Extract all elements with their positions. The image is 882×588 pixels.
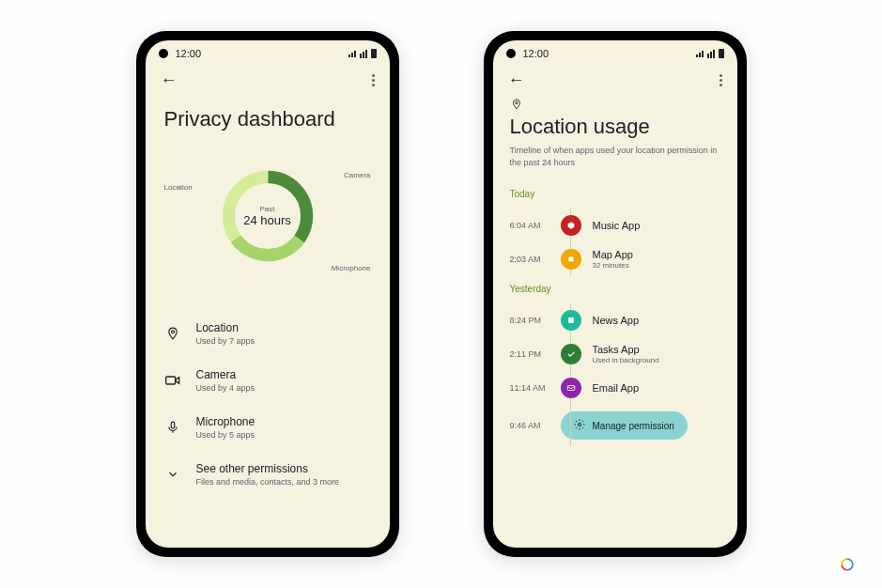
chevron-down-icon — [164, 466, 181, 483]
phone-location-usage: 12:00 ← Location usage Timeline of when … — [484, 31, 747, 557]
manage-permission-button[interactable]: Manage permission — [561, 411, 688, 440]
more-button[interactable] — [720, 74, 722, 86]
page-title: Privacy dashboard — [164, 107, 371, 132]
donut-small-label: Past — [243, 205, 291, 213]
timeline-time: 8:24 PM — [510, 316, 549, 325]
phone-privacy-dashboard: 12:00 ← Privacy dashboard Past — [136, 31, 399, 557]
list-item-microphone[interactable]: Microphone Used by 5 apps — [164, 404, 371, 451]
status-icons — [348, 49, 377, 58]
camera-hole-icon — [159, 49, 168, 58]
wifi-icon — [360, 50, 367, 58]
app-name: News App — [593, 315, 640, 326]
google-logo-icon — [841, 558, 854, 571]
timeline-item: 9:46 AM Manage permission — [510, 405, 720, 446]
battery-icon — [371, 49, 377, 58]
app-sub: Used in background — [593, 356, 659, 364]
app-name: Tasks App — [593, 344, 659, 355]
item-title: Location — [196, 321, 255, 334]
timeline-time: 2:03 AM — [510, 255, 549, 264]
app-icon-news — [561, 310, 581, 331]
page-title: Location usage — [510, 115, 720, 139]
item-title: See other permissions — [196, 462, 340, 475]
page-subtitle: Timeline of when apps used your location… — [510, 145, 720, 168]
list-item-location[interactable]: Location Used by 7 apps — [164, 310, 371, 357]
svg-rect-8 — [568, 317, 574, 323]
microphone-icon — [164, 419, 181, 436]
battery-icon — [719, 49, 724, 58]
timeline-time: 6:04 AM — [510, 221, 549, 230]
timeline-item[interactable]: 2:03 AM Map App 32 minutes — [510, 242, 720, 276]
back-button[interactable]: ← — [508, 70, 525, 90]
svg-rect-7 — [568, 257, 573, 262]
signal-icon — [696, 51, 704, 57]
item-sub: Used by 4 apps — [196, 383, 255, 393]
screen: 12:00 ← Location usage Timeline of when … — [493, 40, 737, 548]
back-button[interactable]: ← — [161, 70, 178, 90]
topbar: ← — [493, 63, 737, 98]
app-name: Music App — [593, 220, 641, 231]
location-icon — [164, 325, 181, 342]
app-name: Map App — [593, 249, 633, 260]
donut-label-camera: Camera — [344, 171, 370, 179]
app-icon-map — [561, 249, 581, 270]
signal-icon — [348, 51, 356, 57]
app-sub: 32 minutes — [593, 261, 633, 270]
app-icon-email — [561, 378, 581, 398]
item-sub: Files and media, contacts, and 3 more — [196, 477, 340, 487]
manage-label: Manage permission — [593, 421, 674, 431]
app-icon-music — [561, 215, 581, 236]
item-sub: Used by 7 apps — [196, 336, 255, 346]
app-icon-tasks — [561, 344, 581, 364]
donut-big-label: 24 hours — [243, 213, 291, 227]
svg-rect-5 — [171, 422, 175, 428]
donut-label-location: Location — [164, 183, 193, 192]
svg-rect-9 — [567, 386, 575, 391]
list-item-see-other[interactable]: See other permissions Files and media, c… — [164, 451, 371, 498]
timeline-time: 11:14 AM — [510, 383, 549, 393]
item-sub: Used by 5 apps — [196, 430, 255, 440]
topbar: ← — [146, 63, 390, 98]
gear-icon — [574, 419, 585, 432]
location-icon — [510, 98, 523, 111]
svg-point-3 — [171, 331, 174, 333]
more-button[interactable] — [372, 74, 375, 86]
status-icons — [696, 49, 724, 58]
list-item-camera[interactable]: Camera Used by 4 apps — [164, 357, 371, 404]
timeline-item[interactable]: 11:14 AM Email App — [510, 371, 720, 405]
section-today: Today — [510, 189, 720, 199]
timeline-item[interactable]: 8:24 PM News App — [510, 303, 720, 337]
camera-icon — [164, 372, 181, 389]
item-title: Microphone — [196, 415, 255, 428]
camera-hole-icon — [506, 49, 516, 58]
item-title: Camera — [196, 368, 255, 381]
screen: 12:00 ← Privacy dashboard Past — [146, 40, 390, 548]
svg-point-10 — [578, 424, 580, 426]
wifi-icon — [707, 50, 715, 58]
svg-point-6 — [515, 101, 518, 104]
status-bar: 12:00 — [146, 40, 390, 63]
donut-label-microphone: Microphone — [332, 264, 371, 272]
timeline-time: 9:46 AM — [510, 421, 549, 430]
timeline-item[interactable]: 6:04 AM Music App — [510, 209, 720, 242]
status-bar: 12:00 — [493, 40, 737, 63]
timeline-item[interactable]: 2:11 PM Tasks App Used in background — [510, 337, 720, 371]
section-yesterday: Yesterday — [510, 284, 720, 294]
usage-donut-chart: Past 24 hours Location Camera Microphone — [164, 150, 371, 282]
timeline-time: 2:11 PM — [510, 349, 549, 359]
app-name: Email App — [593, 382, 640, 394]
status-time: 12:00 — [176, 48, 202, 59]
status-time: 12:00 — [523, 48, 549, 59]
svg-rect-4 — [165, 377, 175, 384]
